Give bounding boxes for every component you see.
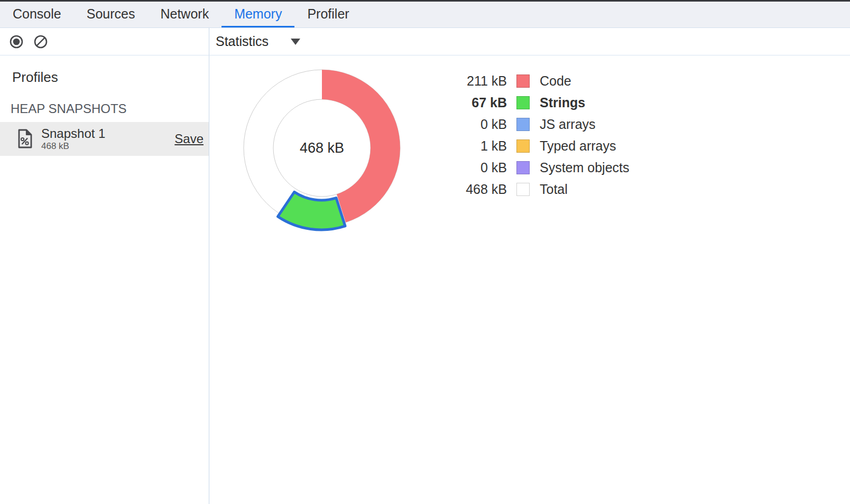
legend-label: Strings xyxy=(540,95,585,110)
perspective-select[interactable]: Statistics xyxy=(216,34,300,49)
legend-label: Typed arrays xyxy=(540,138,616,154)
tab-network[interactable]: Network xyxy=(147,2,221,27)
legend-value: 0 kB xyxy=(449,160,507,175)
legend-value: 1 kB xyxy=(449,138,507,154)
legend-row-js-arrays[interactable]: 0 kB JS arrays xyxy=(449,114,630,135)
tab-console[interactable]: Console xyxy=(0,2,74,27)
profiler-toolbar: Statistics xyxy=(0,28,850,55)
chart-legend: 211 kB Code 67 kB Strings 0 kB JS arrays… xyxy=(449,70,630,200)
tab-sources[interactable]: Sources xyxy=(74,2,148,27)
donut-center-total-label: 468 kB xyxy=(300,140,344,156)
system-objects-swatch-icon xyxy=(516,161,530,174)
legend-value: 0 kB xyxy=(449,117,507,132)
legend-row-system-objects[interactable]: 0 kB System objects xyxy=(449,157,630,179)
legend-label: Total xyxy=(540,182,568,197)
statistics-pane: 468 kB 211 kB Code 67 kB Strings 0 kB JS… xyxy=(209,55,850,504)
profiles-title: Profiles xyxy=(12,69,209,86)
snapshot-title: Snapshot 1 xyxy=(41,127,105,141)
panel-content: Profiles HEAP SNAPSHOTS Snapshot 1 468 k… xyxy=(0,55,850,504)
toolbar-right-section: Statistics xyxy=(209,28,850,55)
code-swatch-icon xyxy=(516,74,530,88)
save-snapshot-link[interactable]: Save xyxy=(174,132,204,146)
record-heap-snapshot-icon[interactable] xyxy=(10,35,23,49)
clear-profiles-icon[interactable] xyxy=(34,35,48,49)
total-swatch-icon xyxy=(516,183,530,196)
legend-row-code[interactable]: 211 kB Code xyxy=(449,70,630,92)
js-arrays-swatch-icon xyxy=(516,118,530,131)
legend-value: 67 kB xyxy=(449,95,507,110)
strings-swatch-icon xyxy=(516,96,530,109)
heap-statistics-donut-chart: 468 kB xyxy=(237,63,406,240)
legend-row-total[interactable]: 468 kB Total xyxy=(449,179,630,200)
legend-label: System objects xyxy=(540,160,630,175)
legend-row-typed-arrays[interactable]: 1 kB Typed arrays xyxy=(449,135,630,157)
chevron-down-icon xyxy=(291,39,300,45)
heap-snapshots-heading: HEAP SNAPSHOTS xyxy=(11,101,209,116)
legend-value: 211 kB xyxy=(449,73,507,89)
tab-profiler[interactable]: Profiler xyxy=(294,2,362,27)
devtools-tab-bar: Console Sources Network Memory Profiler xyxy=(0,2,850,28)
profiles-sidebar: Profiles HEAP SNAPSHOTS Snapshot 1 468 k… xyxy=(0,55,209,504)
legend-row-strings[interactable]: 67 kB Strings xyxy=(449,92,630,114)
typed-arrays-swatch-icon xyxy=(516,139,530,153)
toolbar-left-section xyxy=(0,28,209,55)
snapshot-list-item[interactable]: Snapshot 1 468 kB Save xyxy=(0,122,209,156)
perspective-select-value: Statistics xyxy=(216,34,269,49)
legend-label: Code xyxy=(540,73,571,89)
snapshot-text-block: Snapshot 1 468 kB xyxy=(41,127,105,151)
heap-snapshot-document-icon xyxy=(16,128,34,150)
legend-value: 468 kB xyxy=(449,182,507,197)
tab-memory[interactable]: Memory xyxy=(221,2,294,27)
legend-label: JS arrays xyxy=(540,117,596,132)
snapshot-size: 468 kB xyxy=(41,141,105,151)
